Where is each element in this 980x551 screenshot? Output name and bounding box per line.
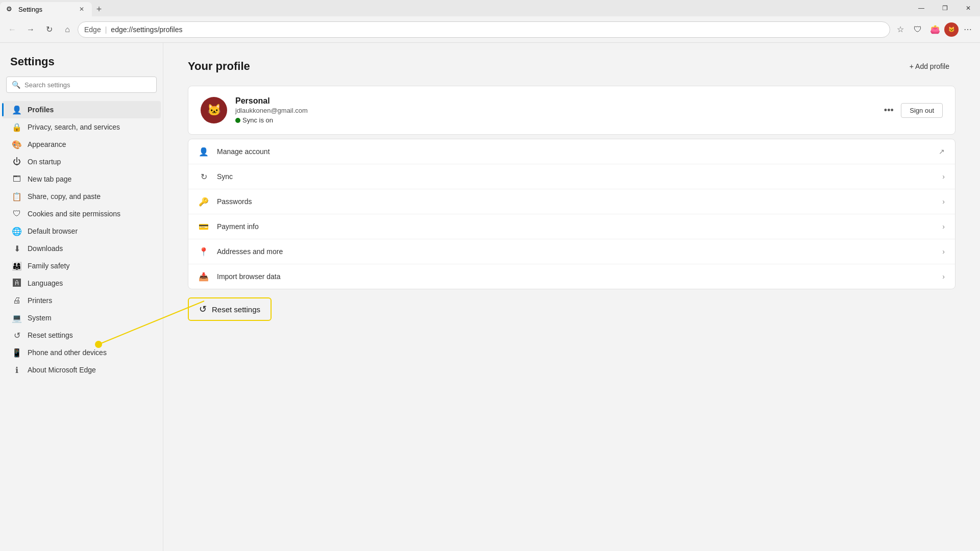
sidebar-item-profiles[interactable]: 👤 Profiles bbox=[2, 101, 161, 118]
arrow-icon: › bbox=[942, 222, 945, 231]
sidebar: Settings 🔍 👤 Profiles 🔒 Privacy, search,… bbox=[0, 43, 163, 551]
menu-label-manage_account: Manage account bbox=[217, 147, 930, 156]
more-icon[interactable]: ⋯ bbox=[960, 21, 976, 38]
menu-item-import[interactable]: 📥 Import browser data › bbox=[188, 264, 955, 289]
tab-bar: ⚙ Settings ✕ + bbox=[0, 0, 106, 16]
nav-icon-downloads: ⬇ bbox=[12, 244, 21, 253]
profile-info: Personal jdlaukkonen@gmail.com Sync is o… bbox=[235, 96, 872, 124]
title-bar: ⚙ Settings ✕ + — ❐ ✕ bbox=[0, 0, 980, 16]
edge-label: Edge bbox=[84, 26, 101, 34]
sidebar-item-resetsettings[interactable]: ↺ Reset settings bbox=[2, 327, 161, 344]
nav-icon-printers: 🖨 bbox=[12, 296, 21, 305]
reset-settings-label: Reset settings bbox=[212, 305, 260, 314]
nav-icon-familysafety: 👨‍👩‍👧 bbox=[12, 261, 21, 270]
nav-label-appearance: Appearance bbox=[28, 140, 66, 148]
content-area: Your profile + Add profile 🐱 Personal jd… bbox=[163, 43, 980, 551]
nav-label-startup: On startup bbox=[28, 158, 61, 166]
profile-actions: ••• Sign out bbox=[880, 102, 943, 118]
nav-icon-system: 💻 bbox=[12, 313, 21, 322]
profile-avatar-large: 🐱 bbox=[201, 97, 227, 123]
search-input[interactable] bbox=[24, 81, 151, 89]
sidebar-nav: 👤 Profiles 🔒 Privacy, search, and servic… bbox=[0, 101, 163, 379]
external-icon: ↗ bbox=[939, 147, 945, 156]
sidebar-item-system[interactable]: 💻 System bbox=[2, 309, 161, 327]
sign-out-button[interactable]: Sign out bbox=[901, 103, 943, 118]
refresh-button[interactable]: ↻ bbox=[41, 21, 57, 38]
menu-label-addresses: Addresses and more bbox=[217, 247, 934, 256]
nav-label-phonedevices: Phone and other devices bbox=[28, 348, 107, 357]
sidebar-item-cookies[interactable]: 🛡 Cookies and site permissions bbox=[2, 205, 161, 222]
sidebar-item-appearance[interactable]: 🎨 Appearance bbox=[2, 136, 161, 153]
menu-item-manage_account[interactable]: 👤 Manage account ↗ bbox=[188, 139, 955, 164]
nav-label-sharecopy: Share, copy, and paste bbox=[28, 192, 101, 201]
nav-icon-sharecopy: 📋 bbox=[12, 192, 21, 201]
window-controls: — ❐ ✕ bbox=[910, 0, 980, 16]
search-box[interactable]: 🔍 bbox=[6, 77, 157, 93]
close-button[interactable]: ✕ bbox=[957, 0, 980, 16]
sidebar-item-defaultbrowser[interactable]: 🌐 Default browser bbox=[2, 222, 161, 240]
add-profile-button[interactable]: + Add profile bbox=[903, 59, 955, 73]
sidebar-item-privacy[interactable]: 🔒 Privacy, search, and services bbox=[2, 118, 161, 136]
annotation-container: ↺ Reset settings bbox=[188, 289, 272, 321]
nav-label-resetsettings: Reset settings bbox=[28, 331, 73, 339]
menu-label-sync: Sync bbox=[217, 172, 934, 181]
address-bar: ← → ↻ ⌂ Edge | edge://settings/profiles … bbox=[0, 16, 980, 43]
nav-label-profiles: Profiles bbox=[28, 106, 54, 114]
profile-card: 🐱 Personal jdlaukkonen@gmail.com Sync is… bbox=[188, 86, 955, 135]
nav-label-system: System bbox=[28, 314, 52, 322]
menu-item-addresses[interactable]: 📍 Addresses and more › bbox=[188, 239, 955, 264]
profile-menu-list: 👤 Manage account ↗ ↻ Sync › 🔑 Passwords … bbox=[188, 139, 955, 289]
sidebar-item-familysafety[interactable]: 👨‍👩‍👧 Family safety bbox=[2, 257, 161, 274]
menu-item-passwords[interactable]: 🔑 Passwords › bbox=[188, 189, 955, 214]
nav-icon-languages: 🅰 bbox=[12, 279, 21, 288]
reset-icon: ↺ bbox=[199, 304, 207, 315]
menu-label-payment_info: Payment info bbox=[217, 222, 934, 231]
new-tab-button[interactable]: + bbox=[92, 2, 106, 16]
more-button[interactable]: ••• bbox=[880, 102, 897, 118]
sidebar-item-phonedevices[interactable]: 📱 Phone and other devices bbox=[2, 344, 161, 361]
arrow-icon: › bbox=[942, 197, 945, 206]
minimize-button[interactable]: — bbox=[910, 0, 933, 16]
sidebar-item-printers[interactable]: 🖨 Printers bbox=[2, 292, 161, 309]
reset-settings-button[interactable]: ↺ Reset settings bbox=[188, 297, 272, 321]
profile-avatar[interactable]: 🐱 bbox=[944, 22, 959, 37]
sync-label: Sync is on bbox=[242, 116, 273, 124]
page-header: Your profile + Add profile bbox=[188, 59, 955, 73]
menu-item-payment_info[interactable]: 💳 Payment info › bbox=[188, 214, 955, 239]
settings-tab[interactable]: ⚙ Settings ✕ bbox=[0, 2, 92, 16]
maximize-button[interactable]: ❐ bbox=[933, 0, 957, 16]
menu-icon-passwords: 🔑 bbox=[199, 196, 209, 207]
nav-icon-cookies: 🛡 bbox=[12, 209, 21, 218]
arrow-icon: › bbox=[942, 247, 945, 256]
tab-close-button[interactable]: ✕ bbox=[78, 5, 86, 13]
menu-icon-payment_info: 💳 bbox=[199, 221, 209, 232]
home-button[interactable]: ⌂ bbox=[59, 21, 76, 38]
url-bar[interactable]: Edge | edge://settings/profiles bbox=[78, 21, 890, 38]
nav-icon-profiles: 👤 bbox=[12, 105, 21, 114]
settings-tab-icon: ⚙ bbox=[6, 5, 14, 13]
sidebar-item-languages[interactable]: 🅰 Languages bbox=[2, 274, 161, 292]
sidebar-title: Settings bbox=[0, 51, 163, 77]
sidebar-item-downloads[interactable]: ⬇ Downloads bbox=[2, 240, 161, 257]
sidebar-item-newtab[interactable]: 🗔 New tab page bbox=[2, 170, 161, 188]
url-separator: | bbox=[105, 26, 107, 34]
menu-icon-addresses: 📍 bbox=[199, 246, 209, 257]
sidebar-item-about[interactable]: ℹ About Microsoft Edge bbox=[2, 361, 161, 379]
sidebar-item-sharecopy[interactable]: 📋 Share, copy, and paste bbox=[2, 188, 161, 205]
sidebar-item-startup[interactable]: ⏻ On startup bbox=[2, 153, 161, 170]
nav-label-privacy: Privacy, search, and services bbox=[28, 123, 120, 131]
nav-label-languages: Languages bbox=[28, 279, 63, 287]
menu-item-sync[interactable]: ↻ Sync › bbox=[188, 164, 955, 189]
favorites-icon[interactable]: ☆ bbox=[892, 21, 909, 38]
nav-label-defaultbrowser: Default browser bbox=[28, 227, 78, 235]
sync-dot bbox=[235, 118, 240, 123]
wallet-icon[interactable]: 👛 bbox=[927, 21, 943, 38]
arrow-icon: › bbox=[942, 272, 945, 281]
menu-icon-manage_account: 👤 bbox=[199, 146, 209, 157]
forward-button[interactable]: → bbox=[22, 21, 39, 38]
back-button[interactable]: ← bbox=[4, 21, 20, 38]
page-title: Your profile bbox=[188, 60, 250, 73]
profile-name: Personal bbox=[235, 96, 872, 106]
nav-icon-defaultbrowser: 🌐 bbox=[12, 227, 21, 236]
shield-icon[interactable]: 🛡 bbox=[910, 21, 926, 38]
